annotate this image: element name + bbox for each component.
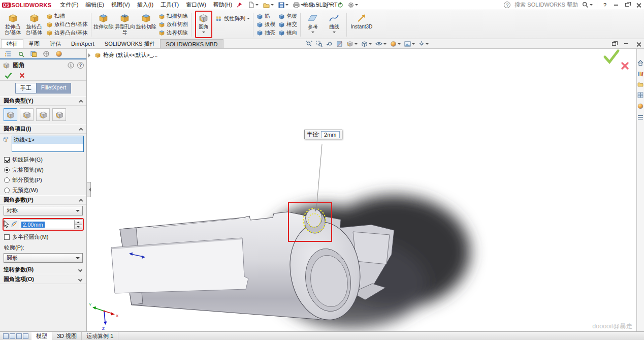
menu-view[interactable]: 视图(V) <box>108 1 134 9</box>
displaymanager-tab-icon[interactable] <box>55 50 62 57</box>
save-caret-icon[interactable] <box>285 4 288 7</box>
fillet-options-section-header[interactable]: 圆角选项(O) <box>0 274 86 284</box>
display-style-icon[interactable] <box>361 41 372 47</box>
ribbon-rib[interactable]: 筋 <box>256 13 275 20</box>
open-document-caret-icon[interactable] <box>271 4 274 7</box>
task-design-library-icon[interactable] <box>637 71 643 77</box>
tab-evaluate[interactable]: 评估 <box>45 39 66 48</box>
confirm-ok-icon[interactable] <box>603 49 620 64</box>
tab-sketch[interactable]: 草图 <box>23 39 45 48</box>
hide-show-caret-icon[interactable] <box>383 43 387 46</box>
edges-selection-list[interactable]: 边线<1> <box>12 136 84 152</box>
curves-caret-icon[interactable] <box>333 32 336 35</box>
expand-chevron-icon[interactable] <box>78 277 82 281</box>
radius-value-input[interactable]: 2.00mm <box>20 220 82 229</box>
doc-restore-button[interactable] <box>610 41 618 47</box>
configurationmanager-tab-icon[interactable] <box>30 50 37 57</box>
keep-visible-pin-icon[interactable] <box>68 62 74 69</box>
fillet-items-section-header[interactable]: 圆角项目(I) <box>0 124 86 134</box>
task-custom-properties-icon[interactable] <box>637 114 643 120</box>
filletxpert-mode-button[interactable]: FilletXpert <box>37 83 72 94</box>
open-document-button[interactable] <box>263 2 274 8</box>
options-button[interactable] <box>348 2 358 8</box>
ribbon-wrap[interactable]: 包覆 <box>278 13 297 20</box>
section-view-icon[interactable] <box>336 41 343 47</box>
doc-minimize-button[interactable] <box>623 41 630 47</box>
print-button[interactable] <box>293 2 304 8</box>
cancel-button[interactable] <box>19 73 25 78</box>
view-settings-caret-icon[interactable] <box>426 43 429 46</box>
radius-callout[interactable]: 半径: 2mm <box>304 130 342 139</box>
apply-scene-caret-icon[interactable] <box>412 43 415 46</box>
reference-caret-icon[interactable] <box>311 32 314 35</box>
ribbon-boundary-boss[interactable]: 边界凸台/基体 <box>46 29 88 37</box>
graphics-area[interactable]: 枪身 (默认<<默认>_... <box>87 49 636 331</box>
ribbon-draft[interactable]: 拔模 <box>256 21 275 28</box>
zoom-fit-icon[interactable] <box>306 41 312 47</box>
confirm-cancel-icon[interactable] <box>621 61 629 70</box>
manual-mode-button[interactable]: 手工 <box>15 83 37 94</box>
spinner-up-icon[interactable] <box>75 220 82 225</box>
ribbon-fillet[interactable]: 圆角 <box>193 11 214 38</box>
selected-edge-item[interactable]: 边线<1> <box>12 136 83 144</box>
ribbon-boundary-cut[interactable]: 边界切除 <box>158 29 188 37</box>
featuremanager-tree-tab-icon[interactable] <box>5 50 12 57</box>
ribbon-extruded-boss[interactable]: 拉伸凸台/基体 <box>2 11 23 38</box>
collapse-chevron-icon[interactable] <box>79 199 83 203</box>
doc-close-button[interactable] <box>635 41 642 47</box>
full-round-fillet-button[interactable] <box>52 108 66 121</box>
ok-button[interactable] <box>5 72 12 79</box>
menu-tools[interactable]: 工具(T) <box>157 1 182 9</box>
ribbon-swept-boss[interactable]: 扫描 <box>46 13 88 20</box>
ribbon-extruded-cut[interactable]: 拉伸切除 <box>93 11 114 38</box>
ribbon-hole-wizard[interactable]: 异型孔向导 <box>114 11 136 38</box>
pm-help-icon[interactable]: ? <box>77 62 84 69</box>
propertymanager-tab-icon[interactable] <box>17 50 24 57</box>
view-orientation-caret-icon[interactable] <box>355 43 358 46</box>
no-preview-option[interactable]: 无预览(W) <box>0 185 86 195</box>
help-bubble-icon[interactable]: ? <box>504 2 510 8</box>
dropdown-caret-icon[interactable] <box>76 210 80 214</box>
hide-show-items-icon[interactable] <box>375 41 387 47</box>
ribbon-mirror[interactable]: 镜向 <box>278 29 297 37</box>
checkbox-icon[interactable] <box>4 234 10 240</box>
radio-icon[interactable] <box>4 188 10 193</box>
tangent-propagation-option[interactable]: 切线延伸(G) <box>0 154 86 165</box>
menu-help[interactable]: 帮助(H) <box>210 1 236 9</box>
pin-menu-icon[interactable] <box>237 2 242 8</box>
panel-splitter-handle[interactable] <box>87 182 91 197</box>
ribbon-shell[interactable]: 抽壳 <box>256 29 275 37</box>
collapse-chevron-icon[interactable] <box>79 100 83 104</box>
tab-model[interactable]: 模型 <box>31 332 52 340</box>
3d-model-canvas[interactable]: X Y Z <box>87 49 636 331</box>
ribbon-linear-pattern[interactable]: 线性阵列 <box>216 15 250 22</box>
profile-dropdown[interactable]: 圆形 <box>4 253 83 263</box>
ribbon-revolved-boss[interactable]: 旋转凸台/基体 <box>23 11 45 38</box>
task-appearances-icon[interactable] <box>637 103 643 109</box>
tab-solidworks-addins[interactable]: SOLIDWORKS 插件 <box>100 39 160 48</box>
variable-size-fillet-button[interactable] <box>20 108 34 121</box>
dimxpertmanager-tab-icon[interactable] <box>43 50 50 57</box>
ribbon-intersect[interactable]: 相交 <box>278 21 297 28</box>
face-fillet-button[interactable] <box>36 108 50 121</box>
callout-value-input[interactable]: 2mm <box>321 131 339 138</box>
ribbon-swept-cut[interactable]: 扫描切除 <box>158 13 188 20</box>
apply-scene-icon[interactable] <box>404 41 415 47</box>
setback-parameters-section-header[interactable]: 逆转参数(B) <box>0 265 86 274</box>
checkbox-checked-icon[interactable] <box>4 157 10 163</box>
ribbon-instant3d[interactable]: Instant3D <box>348 11 375 38</box>
dropdown-caret-icon[interactable] <box>76 257 80 261</box>
view-orientation-icon[interactable] <box>346 40 358 47</box>
tab-3d-views[interactable]: 3D 视图 <box>52 332 82 340</box>
display-style-caret-icon[interactable] <box>369 43 372 46</box>
menu-insert[interactable]: 插入(I) <box>134 1 157 9</box>
view-settings-icon[interactable] <box>418 41 429 47</box>
ribbon-lofted-cut[interactable]: 放样切割 <box>158 21 188 28</box>
help-search-input[interactable]: 搜索 SOLIDWORKS 帮助 <box>514 1 578 9</box>
fillet-type-section-header[interactable]: 圆角类型(Y) <box>0 96 86 106</box>
feature-tree-flyout[interactable]: 枪身 (默认<<默认>_... <box>88 51 157 59</box>
options-caret-icon[interactable] <box>355 4 358 7</box>
new-document-caret-icon[interactable] <box>255 4 259 7</box>
ribbon-revolved-cut[interactable]: 旋转切除 <box>136 11 157 38</box>
pane-icon[interactable] <box>3 333 9 339</box>
